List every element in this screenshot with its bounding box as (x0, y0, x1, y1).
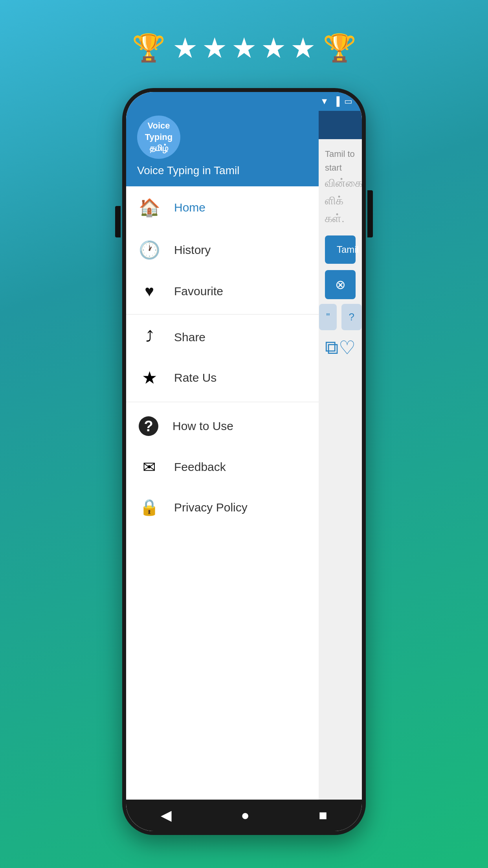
keyboard-row-1: ⊗ (325, 270, 356, 299)
menu-item-home[interactable]: 🏠 Home (126, 186, 319, 229)
feedback-icon: ✉ (139, 458, 160, 476)
menu-item-how-to-use[interactable]: ? How to Use (126, 405, 319, 447)
record-button[interactable]: Tamil (325, 235, 356, 264)
how-to-use-icon: ? (139, 416, 158, 436)
divider-2 (126, 402, 319, 402)
divider-1 (126, 314, 319, 314)
delete-button[interactable]: ⊗ (325, 270, 356, 299)
home-nav-button[interactable]: ● (241, 807, 250, 824)
favourite-icon: ♥ (139, 282, 160, 300)
star-3: ★ (231, 31, 257, 64)
app-title: Voice Typing in Tamil (137, 164, 308, 177)
instruction-text: Tamil to start வின்கைத்ளிக்கள். (325, 147, 356, 228)
star-5: ★ (290, 31, 316, 64)
top-rating-section: 🏆 ★ ★ ★ ★ ★ 🏆 (0, 0, 488, 88)
logo-line3: தமிழ் (150, 143, 168, 154)
history-icon: 🕐 (139, 240, 160, 260)
share-icon: ⤴ (139, 329, 160, 346)
privacy-policy-icon: 🔒 (139, 498, 160, 517)
keyboard-row-2: " ? (325, 304, 356, 330)
menu-label-history: History (174, 243, 211, 257)
drawer-header: Voice Typing தமிழ் Voice Typing in Tamil (126, 92, 319, 186)
menu-item-feedback[interactable]: ✉ Feedback (126, 447, 319, 487)
menu-label-home: Home (174, 201, 205, 214)
main-body: Tamil to start வின்கைத்ளிக்கள். Tamil ⊗ … (319, 139, 362, 367)
star-4: ★ (261, 31, 286, 64)
rate-us-icon: ★ (139, 368, 160, 388)
app-logo: Voice Typing தமிழ் (137, 116, 180, 159)
menu-label-rate-us: Rate Us (174, 371, 216, 384)
menu-label-favourite: Favourite (174, 285, 223, 298)
logo-line1: Voice (147, 120, 170, 132)
battery-icon: ▭ (344, 96, 352, 107)
signal-icon: ▐ (333, 96, 339, 107)
quote-button[interactable]: " (319, 304, 337, 330)
phone-screen: ▼ ▐ ▭ Voice Typing தமிழ் Voice Typing in… (126, 92, 362, 831)
main-content: Tamil to start வின்கைத்ளிக்கள். Tamil ⊗ … (319, 92, 362, 831)
action-row: ⧉ ♡ (325, 337, 356, 359)
star-2: ★ (202, 31, 227, 64)
menu-label-how-to-use: How to Use (172, 419, 233, 433)
wifi-icon: ▼ (320, 96, 329, 107)
trophy-right-icon: 🏆 (323, 32, 356, 64)
stars-container: ★ ★ ★ ★ ★ (172, 31, 316, 64)
home-icon: 🏠 (139, 197, 160, 218)
recent-button[interactable]: ■ (319, 807, 327, 824)
menu-label-privacy-policy: Privacy Policy (174, 501, 248, 514)
menu-item-rate-us[interactable]: ★ Rate Us (126, 357, 319, 399)
menu-label-feedback: Feedback (174, 460, 226, 474)
question-button[interactable]: ? (341, 304, 361, 330)
menu-label-share: Share (174, 331, 205, 344)
menu-item-favourite[interactable]: ♥ Favourite (126, 271, 319, 311)
back-button[interactable]: ◀ (161, 807, 172, 824)
logo-line2: Typing (145, 132, 172, 143)
drawer-menu: 🏠 Home 🕐 History ♥ Favourite ⤴ Sha (126, 186, 319, 831)
navigation-drawer: Voice Typing தமிழ் Voice Typing in Tamil… (126, 92, 319, 831)
menu-item-privacy-policy[interactable]: 🔒 Privacy Policy (126, 487, 319, 528)
phone-frame: ▼ ▐ ▭ Voice Typing தமிழ் Voice Typing in… (122, 88, 366, 835)
menu-item-share[interactable]: ⤴ Share (126, 318, 319, 357)
heart-button[interactable]: ♡ (339, 337, 356, 359)
bottom-nav-bar: ◀ ● ■ (126, 800, 362, 831)
menu-item-history[interactable]: 🕐 History (126, 229, 319, 271)
star-1: ★ (172, 31, 198, 64)
trophy-left-icon: 🏆 (132, 32, 165, 64)
copy-button[interactable]: ⧉ (325, 337, 338, 359)
